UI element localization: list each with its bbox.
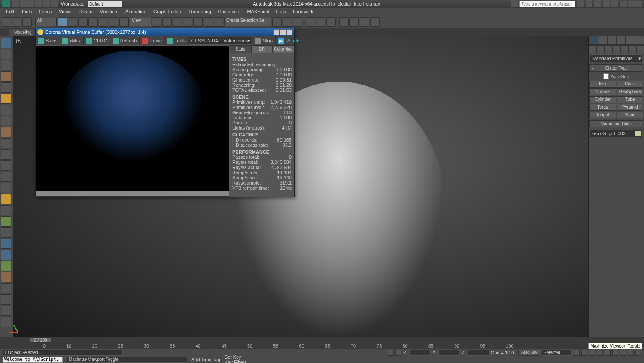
erase-button[interactable]: Erase (140, 36, 165, 45)
maximize-icon[interactable] (628, 1, 635, 7)
schematic-icon[interactable] (316, 17, 325, 27)
menu-grapheditors[interactable]: Graph Editors (150, 8, 186, 15)
tool-icon[interactable] (1, 82, 11, 93)
help-icon[interactable] (611, 0, 618, 7)
edit-selset-icon[interactable] (214, 17, 223, 27)
goto-start-icon[interactable] (574, 350, 580, 356)
shapes-icon[interactable] (596, 45, 604, 53)
tool-icon[interactable] (1, 283, 11, 293)
nav-icon[interactable] (635, 350, 641, 356)
keyfilters-button[interactable]: Key Filters... (225, 360, 251, 363)
star-icon[interactable] (603, 0, 610, 7)
link-icon[interactable] (2, 17, 11, 27)
unlink-icon[interactable] (12, 17, 21, 27)
addtime-label[interactable]: Add Time Tag (191, 357, 220, 362)
angle-snap-icon[interactable] (183, 17, 192, 27)
signin-icon[interactable] (586, 0, 592, 7)
tool-icon[interactable] (1, 239, 11, 249)
tab-motion-icon[interactable] (617, 36, 626, 45)
infocenter-icon[interactable] (511, 0, 518, 7)
tool-icon[interactable] (1, 227, 11, 238)
prim-pyramid[interactable]: Pyramid (617, 104, 644, 111)
select-rect-icon[interactable] (78, 17, 88, 27)
tools-button[interactable]: Tools (165, 36, 189, 45)
tab-display-icon[interactable] (626, 36, 635, 45)
autokey-button[interactable]: Auto Key (518, 350, 540, 356)
tool-icon[interactable] (1, 294, 11, 305)
menu-laubwerk[interactable]: Laubwerk (289, 8, 317, 15)
menu-rendering[interactable]: Rendering (186, 8, 215, 15)
tool-icon[interactable] (1, 317, 11, 327)
app-logo[interactable] (2, 0, 10, 7)
nav-icon[interactable] (612, 350, 618, 356)
tool-icon[interactable] (1, 116, 11, 126)
selection-filter[interactable]: All (35, 18, 57, 26)
named-selset[interactable]: Create Selection Se (224, 18, 271, 26)
channel-dropdown[interactable]: CESSENTIAL_Volumetrics▾ (190, 37, 252, 45)
frame-indicator[interactable]: 0 / 100 (30, 337, 51, 343)
object-name-field[interactable]: zero-G_girl_002 (590, 130, 643, 137)
bind-icon[interactable] (22, 17, 32, 27)
goto-end-icon[interactable] (605, 350, 611, 356)
z-field[interactable] (468, 350, 489, 356)
close-icon[interactable] (286, 29, 292, 35)
tab-create-icon[interactable] (589, 36, 598, 45)
tab-stats[interactable]: Stats (230, 45, 251, 53)
prim-cone[interactable]: Cone (617, 81, 644, 88)
select-name-icon[interactable] (68, 17, 77, 27)
save-icon[interactable] (27, 0, 34, 7)
link-icon[interactable] (51, 0, 58, 7)
prim-torus[interactable]: Torus (589, 104, 616, 111)
viewport-label[interactable]: [+] (16, 38, 21, 43)
tool-icon[interactable] (1, 306, 11, 316)
lock-icon[interactable] (388, 350, 394, 356)
new-icon[interactable] (12, 0, 19, 7)
tab-modeling[interactable]: Modeling (9, 29, 37, 36)
tool-icon[interactable] (1, 127, 11, 137)
category-dropdown[interactable]: Standard Primitives▾ (590, 54, 643, 62)
prim-plane[interactable]: Plane (617, 112, 644, 118)
lights-icon[interactable] (605, 45, 612, 53)
cameras-icon[interactable] (612, 45, 620, 53)
material-editor-icon[interactable] (326, 17, 336, 27)
play-icon[interactable] (589, 350, 595, 356)
scrollbar[interactable] (36, 191, 229, 196)
maxscript-listener[interactable]: Welcome to MAXScript. (3, 357, 63, 363)
spinner-snap-icon[interactable] (204, 17, 213, 27)
tool-icon[interactable] (1, 49, 11, 59)
render-button[interactable]: ▸Render (276, 36, 304, 45)
tomax-button[interactable]: >Max (59, 36, 84, 45)
exchange-icon[interactable] (594, 0, 601, 7)
help-search[interactable] (519, 1, 575, 7)
tool-icon[interactable] (1, 149, 11, 160)
nav-icon[interactable] (628, 350, 634, 356)
close-icon[interactable] (635, 1, 642, 7)
layers-icon[interactable] (293, 17, 302, 27)
ctrlc-button[interactable]: Ctrl+C (84, 36, 110, 45)
open-icon[interactable] (20, 0, 27, 7)
geometry-icon[interactable] (589, 45, 596, 53)
tab-dr[interactable]: DR (251, 45, 273, 53)
tool-icon[interactable] (1, 261, 11, 271)
align-icon[interactable] (283, 17, 292, 27)
spacewarps-icon[interactable] (628, 45, 636, 53)
setkey-button[interactable]: Set Key (225, 354, 251, 360)
rotate-icon[interactable] (109, 17, 118, 27)
render-icon[interactable] (360, 17, 369, 27)
menu-animation[interactable]: Animation (122, 8, 150, 15)
tab-colormap[interactable]: ColorMap (273, 45, 294, 53)
menu-customize[interactable]: Customize (215, 8, 244, 15)
menu-tools[interactable]: Tools (18, 8, 36, 15)
refcoord-dropdown[interactable]: View (130, 18, 151, 26)
time-slider[interactable]: 0 / 100 (0, 337, 644, 342)
vfb-titlebar[interactable]: Corona Virtual Frame Buffer (3000x1277px… (36, 28, 294, 36)
menu-edit[interactable]: Edit (3, 8, 18, 15)
pivot-icon[interactable] (152, 17, 161, 27)
helpers-icon[interactable] (620, 45, 628, 53)
vfb-image[interactable] (36, 46, 229, 197)
manipulate-icon[interactable] (162, 17, 172, 27)
light-icon[interactable] (1, 94, 11, 104)
sun-icon[interactable] (1, 194, 11, 204)
tool-icon[interactable] (1, 272, 11, 282)
y-field[interactable] (438, 350, 460, 356)
